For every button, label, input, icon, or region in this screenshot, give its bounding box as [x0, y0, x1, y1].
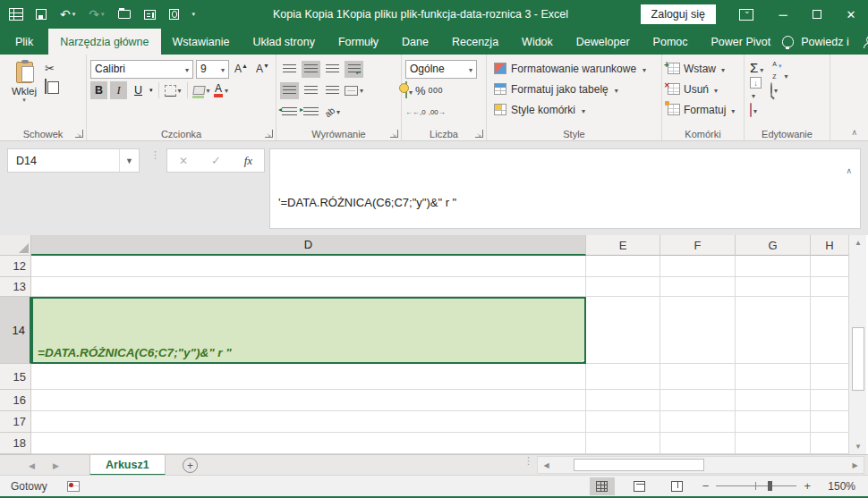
conditional-formatting-button[interactable]: Formatowanie warunkowe — [494, 58, 658, 79]
prev-sheet-button[interactable]: ◀ — [29, 461, 35, 470]
tab-file[interactable]: Plik — [0, 29, 48, 55]
cell-e15[interactable] — [586, 364, 660, 390]
scroll-down-button[interactable]: ▼ — [850, 439, 866, 454]
scroll-left-button[interactable]: ◀ — [539, 458, 554, 472]
sort-filter-button[interactable]: AZ — [772, 56, 787, 81]
column-header-d[interactable]: D — [31, 235, 586, 256]
percent-style-button[interactable]: % — [415, 84, 426, 97]
number-format-combo[interactable]: Ogólne — [405, 60, 477, 79]
font-color-button[interactable]: A — [213, 81, 230, 99]
tab-data[interactable]: Dane — [390, 29, 440, 55]
cell-f17[interactable] — [660, 411, 736, 433]
tell-me-box[interactable]: Powiedz i — [801, 36, 858, 48]
underline-button[interactable]: U — [130, 81, 147, 99]
font-dialog-launcher[interactable] — [265, 130, 273, 138]
cell-g18[interactable] — [736, 433, 811, 454]
autosum-button[interactable]: Σ — [750, 62, 763, 75]
horizontal-scroll-thumb[interactable] — [574, 459, 704, 471]
align-left-button[interactable] — [280, 82, 299, 99]
tab-insert[interactable]: Wstawianie — [161, 29, 242, 55]
paste-button[interactable]: Wklej ▾ — [4, 58, 45, 125]
clear-button[interactable] — [750, 104, 757, 116]
cell-d15[interactable] — [31, 364, 586, 390]
zoom-slider-thumb[interactable] — [768, 481, 772, 491]
cell-e13[interactable] — [586, 277, 660, 297]
column-header-g[interactable]: G — [736, 235, 811, 256]
sheet-tab-arkusz1[interactable]: Arkusz1 — [89, 455, 166, 476]
tab-formulas[interactable]: Formuły — [327, 29, 390, 55]
cell-f16[interactable] — [660, 390, 736, 411]
zoom-slider-track[interactable] — [716, 485, 796, 486]
comma-style-button[interactable]: 000 — [429, 86, 444, 95]
fill-button[interactable]: ↓ — [750, 77, 762, 101]
name-box-dropdown-icon[interactable]: ▼ — [119, 149, 139, 172]
tab-power-pivot[interactable]: Power Pivot — [700, 29, 783, 55]
name-box[interactable]: D14 ▼ — [7, 148, 140, 173]
cell-h16[interactable] — [811, 390, 848, 411]
tab-home[interactable]: Narzędzia główne — [48, 29, 160, 55]
font-name-combo[interactable]: Calibri — [90, 60, 193, 79]
clipboard-dialog-launcher[interactable] — [75, 130, 83, 138]
align-bottom-button[interactable] — [323, 61, 342, 78]
vertical-scroll-thumb[interactable] — [852, 327, 864, 391]
decrease-decimal-button[interactable]: ,00→ — [429, 108, 446, 116]
cell-h12[interactable] — [811, 256, 848, 277]
formula-bar-input[interactable]: '=DATA.RÓŻNICA(C6;C7;"y")&" r " &DATA.RÓ… — [269, 148, 861, 229]
borders-button[interactable] — [165, 81, 182, 99]
row-header-14[interactable]: 14 — [0, 297, 31, 364]
merge-center-button[interactable] — [345, 82, 363, 99]
scroll-up-button[interactable]: ▲ — [850, 235, 866, 250]
decrease-indent-button[interactable] — [280, 104, 299, 121]
save-button[interactable] — [36, 9, 47, 20]
cell-g16[interactable] — [736, 390, 811, 411]
cell-g17[interactable] — [736, 411, 811, 433]
cell-h17[interactable] — [811, 411, 848, 433]
page-layout-view-button[interactable] — [627, 477, 652, 495]
format-cells-button[interactable]: Formatuj — [668, 99, 740, 120]
increase-decimal-button[interactable]: ←←,0 — [405, 108, 426, 116]
collapse-ribbon-icon[interactable]: ∧ — [851, 128, 857, 137]
close-button[interactable]: ✕ — [834, 0, 868, 29]
row-header-15[interactable]: 15 — [0, 364, 31, 390]
format-as-table-button[interactable]: Formatuj jako tabelę — [494, 79, 658, 99]
cell-h15[interactable] — [811, 364, 848, 390]
scroll-right-button[interactable]: ▶ — [847, 458, 863, 472]
cell-e17[interactable] — [586, 411, 660, 433]
normal-view-button[interactable] — [590, 477, 615, 495]
vertical-scrollbar[interactable]: ▲ ▼ — [848, 235, 866, 454]
font-size-combo[interactable]: 9 — [196, 60, 229, 79]
cell-e18[interactable] — [586, 433, 660, 454]
cell-h18[interactable] — [811, 433, 848, 454]
hscroll-resize-handle[interactable]: ⋮ — [523, 458, 533, 463]
align-right-button[interactable] — [323, 82, 342, 99]
grow-font-button[interactable]: A▲ — [232, 63, 251, 75]
number-dialog-launcher[interactable] — [475, 130, 483, 138]
cancel-formula-button[interactable]: ✕ — [179, 155, 188, 167]
open-button[interactable] — [118, 10, 131, 19]
minimize-button[interactable]: ─ — [766, 0, 800, 29]
copy-button[interactable] — [45, 80, 55, 93]
align-middle-button[interactable] — [302, 61, 320, 78]
cell-d18[interactable] — [31, 433, 586, 454]
find-select-button[interactable] — [770, 83, 778, 96]
cell-h14[interactable] — [811, 297, 848, 364]
cell-f14[interactable] — [660, 297, 736, 364]
formula-bar-collapse-icon[interactable]: ∧ — [846, 161, 852, 181]
shrink-font-button[interactable]: A▼ — [253, 63, 272, 75]
ribbon-display-options-button[interactable] — [739, 9, 753, 21]
cell-f13[interactable] — [660, 277, 736, 297]
select-all-corner[interactable] — [0, 235, 31, 256]
cell-f15[interactable] — [660, 364, 736, 390]
zoom-out-button[interactable]: − — [702, 479, 710, 493]
row-header-17[interactable]: 17 — [0, 411, 31, 433]
cell-f12[interactable] — [660, 256, 736, 277]
cell-g12[interactable] — [736, 256, 811, 277]
cell-d17[interactable] — [31, 411, 586, 433]
active-cell-d14[interactable]: =DATA.RÓŻNICA(C6;C7;"y")&" r " &DATA.RÓŻ… — [31, 297, 586, 364]
undo-button[interactable]: ↶▾ — [60, 7, 75, 21]
row-header-13[interactable]: 13 — [0, 277, 31, 297]
delete-cells-button[interactable]: Usuń — [668, 79, 740, 99]
formula-bar-resize-handle[interactable]: ⋮ — [150, 152, 160, 157]
column-header-h[interactable]: H — [811, 235, 848, 256]
tab-review[interactable]: Recenzja — [440, 29, 510, 55]
